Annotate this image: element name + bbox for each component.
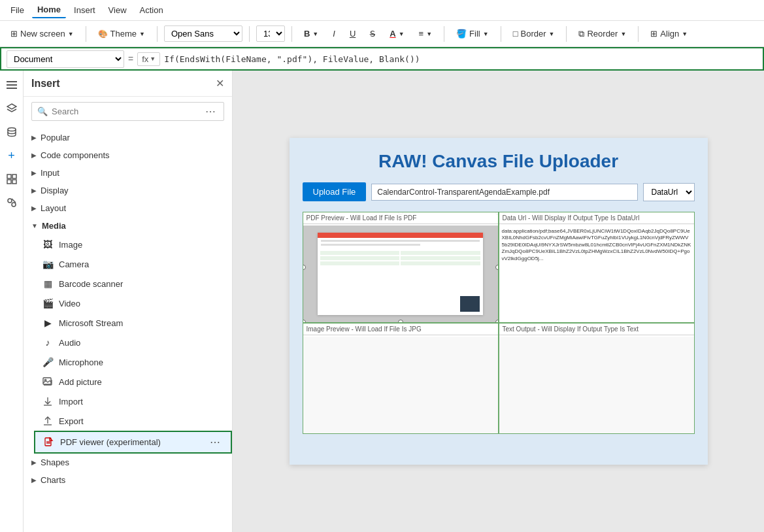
dataurl-content: data:application/pdf;base64,JVBER0xLjUNC… xyxy=(499,225,694,322)
theme-icon: 🎨 xyxy=(98,29,108,39)
border-icon: □ xyxy=(513,29,518,39)
search-input[interactable] xyxy=(52,107,199,116)
chevron-down-icon-6: ▼ xyxy=(483,31,489,37)
imgpreview-cell: Image Preview - Will Load If File Is JPG xyxy=(303,323,499,434)
theme-button[interactable]: 🎨 Theme ▼ xyxy=(93,26,150,41)
canvas-frame: RAW! Canvas File Uploader Upload File Da… xyxy=(290,138,708,465)
reorder-button[interactable]: ⧉ Reorder ▼ xyxy=(573,26,631,42)
align-layout-button[interactable]: ⊞ Align ▼ xyxy=(645,26,693,41)
chevron-down-icon-fx: ▼ xyxy=(150,56,156,62)
toolbar-separator-5 xyxy=(444,26,444,42)
category-charts[interactable]: ▶ Charts xyxy=(24,471,232,489)
formula-dropdown[interactable]: Document xyxy=(7,50,124,68)
hamburger-menu-button[interactable] xyxy=(3,76,21,94)
search-more-button[interactable]: ⋯ xyxy=(203,105,218,118)
menu-file[interactable]: File xyxy=(5,3,29,18)
chevron-down-icon-9: ▼ xyxy=(682,31,688,37)
image-icon: 🖼 xyxy=(42,239,54,250)
output-type-select[interactable]: DataUrl xyxy=(643,183,695,201)
media-item-microsoft-stream[interactable]: ▶ Microsoft Stream xyxy=(34,313,232,333)
chevron-right-icon-charts: ▶ xyxy=(31,476,37,484)
chevron-down-icon-5: ▼ xyxy=(426,31,432,37)
components-button[interactable] xyxy=(3,170,21,188)
category-input[interactable]: ▶ Input xyxy=(24,164,232,182)
formula-bar: Document = fx ▼ If(EndsWith(FileName, ".… xyxy=(0,47,764,71)
pdf-preview-label: PDF Preview - Will Load If File Is PDF xyxy=(303,212,498,224)
media-item-import[interactable]: Import xyxy=(34,391,232,411)
category-media[interactable]: ▼ Media xyxy=(24,217,232,235)
pdf-inner-grid xyxy=(318,248,483,268)
canvas-title: RAW! Canvas File Uploader xyxy=(290,138,708,182)
font-family-select[interactable]: Open Sans xyxy=(164,25,242,42)
upload-file-button[interactable]: Upload File xyxy=(303,182,367,201)
imgpreview-label: Image Preview - Will Load If File Is JPG xyxy=(303,324,498,335)
panel-items: ▶ Popular ▶ Code components ▶ Input ▶ Di… xyxy=(24,126,232,532)
underline-button[interactable]: U xyxy=(344,26,361,41)
media-item-barcode-scanner[interactable]: ▦ Barcode scanner xyxy=(34,274,232,293)
media-item-add-picture[interactable]: Add picture xyxy=(34,372,232,391)
bold-button[interactable]: B ▼ xyxy=(299,26,324,41)
menu-home[interactable]: Home xyxy=(32,2,66,18)
strikethrough-button[interactable]: S̶ xyxy=(365,26,380,41)
menu-view[interactable]: View xyxy=(103,3,132,18)
category-popular[interactable]: ▶ Popular xyxy=(24,129,232,146)
toolbar-separator-2 xyxy=(157,26,158,42)
italic-button[interactable]: I xyxy=(327,26,340,41)
media-item-audio[interactable]: ♪ Audio xyxy=(34,333,232,352)
layers-button[interactable] xyxy=(3,99,21,118)
text-color-button[interactable]: A ▼ xyxy=(384,26,409,41)
category-code-components[interactable]: ▶ Code components xyxy=(24,146,232,164)
camera-icon: 📷 xyxy=(42,258,54,270)
plus-button[interactable]: + xyxy=(3,146,21,165)
pdf-viewer-more-button[interactable]: ⋯ xyxy=(207,436,223,448)
data-button[interactable] xyxy=(3,123,21,141)
border-button[interactable]: □ Border ▼ xyxy=(508,26,560,41)
svg-point-10 xyxy=(12,203,16,207)
variables-button[interactable] xyxy=(3,193,21,212)
chevron-right-icon-3: ▶ xyxy=(31,169,37,176)
chevron-right-icon-shapes: ▶ xyxy=(31,459,37,466)
fill-button[interactable]: 🪣 Fill ▼ xyxy=(451,26,494,41)
pdf-line-2 xyxy=(321,244,420,246)
toolbar-separator-4 xyxy=(291,26,292,42)
new-screen-button[interactable]: ⊞ New screen ▼ xyxy=(5,26,79,41)
menu-action[interactable]: Action xyxy=(135,3,169,18)
align-layout-icon: ⊞ xyxy=(650,29,657,39)
reorder-icon: ⧉ xyxy=(578,29,584,39)
file-name-input[interactable] xyxy=(371,184,637,201)
menu-insert[interactable]: Insert xyxy=(69,3,101,18)
category-layout[interactable]: ▶ Layout xyxy=(24,199,232,217)
chevron-right-icon-4: ▶ xyxy=(31,187,37,194)
media-sub-items: 🖼 Image 📷 Camera ▦ Barcode scanner 🎬 Vid… xyxy=(24,235,232,454)
category-shapes[interactable]: ▶ Shapes xyxy=(24,454,232,471)
panel-close-button[interactable]: ✕ xyxy=(216,77,224,90)
dataurl-label: Data Url - Will Display If Output Type I… xyxy=(499,212,694,224)
export-icon xyxy=(42,415,54,427)
toolbar-separator-6 xyxy=(501,26,501,42)
pdf-preview-content xyxy=(303,225,498,322)
formula-fx-button[interactable]: fx ▼ xyxy=(137,52,160,66)
search-icon: 🔍 xyxy=(37,107,48,116)
menu-bar: File Home Insert View Action xyxy=(0,0,764,21)
chevron-right-icon: ▶ xyxy=(31,134,37,141)
media-item-microphone[interactable]: 🎤 Microphone xyxy=(34,352,232,372)
align-button[interactable]: ≡ ▼ xyxy=(414,26,438,41)
svg-rect-5 xyxy=(7,175,11,178)
svg-line-11 xyxy=(12,199,16,203)
svg-rect-1 xyxy=(7,84,17,86)
textoutput-label: Text Output - Will Display If Output Typ… xyxy=(499,324,694,335)
dataurl-preview-cell: Data Url - Will Display If Output Type I… xyxy=(499,212,695,323)
search-bar: 🔍 ⋯ xyxy=(31,102,224,121)
category-display[interactable]: ▶ Display xyxy=(24,182,232,199)
media-item-image[interactable]: 🖼 Image xyxy=(34,235,232,254)
pdf-viewer-icon xyxy=(43,437,55,448)
media-item-camera[interactable]: 📷 Camera xyxy=(34,254,232,274)
media-item-video[interactable]: 🎬 Video xyxy=(34,293,232,313)
font-size-select[interactable]: 13 xyxy=(256,25,285,42)
svg-point-9 xyxy=(8,199,12,203)
pdf-cell-5 xyxy=(320,261,400,265)
media-item-pdf-viewer[interactable]: PDF viewer (experimental) ⋯ xyxy=(34,431,232,454)
formula-input[interactable]: If(EndsWith(FileName, ".pdf"), FileValue… xyxy=(164,54,757,64)
media-item-export[interactable]: Export xyxy=(34,411,232,431)
new-screen-icon: ⊞ xyxy=(10,29,18,39)
